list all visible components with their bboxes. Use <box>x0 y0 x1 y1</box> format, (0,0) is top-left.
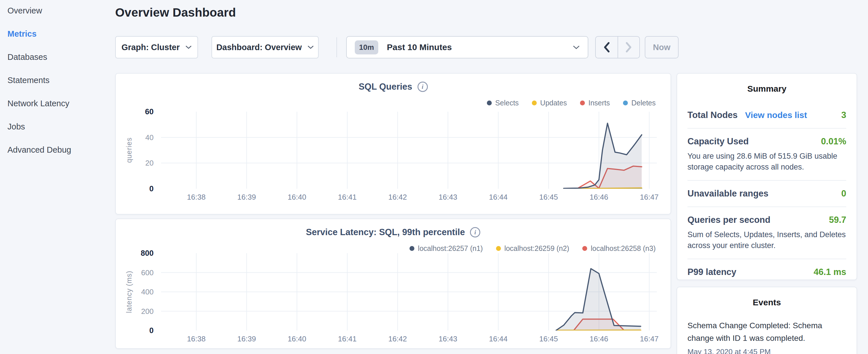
legend-label: Deletes <box>631 99 656 107</box>
x-tick-label: 16:38 <box>187 334 206 344</box>
y-tick-label: 0 <box>149 185 154 193</box>
x-tick-label: 16:43 <box>439 193 457 202</box>
x-tick-label: 16:39 <box>237 193 256 202</box>
sql-queries-chart-panel: SQL Queries i SelectsUpdatesInsertsDelet… <box>115 73 671 215</box>
legend-item[interactable]: Updates <box>532 99 567 107</box>
sidebar-item-databases[interactable]: Databases <box>7 52 71 62</box>
chevron-right-icon <box>626 42 632 53</box>
toolbar-divider <box>336 37 337 57</box>
chart-canvas <box>161 112 657 189</box>
graph-scope-label: Graph: Cluster <box>122 43 180 52</box>
summary-row-label: Capacity Used <box>687 136 749 147</box>
legend-label: localhost:26259 (n2) <box>504 244 569 253</box>
plot-area[interactable] <box>161 253 657 330</box>
event-item[interactable]: Schema Change Completed: Schema change w… <box>677 319 857 354</box>
legend-dot-icon <box>580 100 585 105</box>
x-tick-label: 16:44 <box>489 334 507 344</box>
y-tick-label: 40 <box>145 133 154 142</box>
events-heading: Events <box>677 287 857 307</box>
summary-row-header: Queries per second59.7 <box>687 215 846 225</box>
legend-label: localhost:26258 (n3) <box>591 244 656 253</box>
summary-row-value: 0.01% <box>821 136 846 147</box>
legend-label: Updates <box>540 99 567 107</box>
event-timestamp: May 13, 2020 at 4:45 PM <box>687 347 846 354</box>
legend-dot-icon <box>496 246 501 251</box>
time-back-button[interactable] <box>596 37 618 58</box>
y-tick-label: 0 <box>149 326 154 335</box>
summary-row-header: P99 latency46.1 ms <box>687 267 846 277</box>
y-axis-unit: queries <box>125 137 133 163</box>
legend-item[interactable]: localhost:26257 (n1) <box>409 244 483 253</box>
legend-item[interactable]: Deletes <box>623 99 656 107</box>
x-tick-label: 16:42 <box>388 193 407 202</box>
sidebar-item-overview[interactable]: Overview <box>7 5 71 16</box>
events-list: Schema Change Completed: Schema change w… <box>677 319 857 354</box>
view-nodes-list-link[interactable]: View nodes list <box>745 110 807 120</box>
legend-dot-icon <box>582 246 587 251</box>
graph-scope-dropdown[interactable]: Graph: Cluster <box>115 36 198 58</box>
sidebar-item-jobs[interactable]: Jobs <box>7 121 71 132</box>
sidebar-item-network-latency[interactable]: Network Latency <box>7 98 71 109</box>
legend-item[interactable]: Selects <box>487 99 519 107</box>
x-tick-label: 16:40 <box>288 334 306 344</box>
dashboard-dropdown[interactable]: Dashboard: Overview <box>212 36 319 58</box>
chart-title: Service Latency: SQL, 99th percentile <box>306 227 465 237</box>
plot-area[interactable] <box>161 112 657 189</box>
chevron-down-icon <box>185 45 192 49</box>
x-tick-label: 16:39 <box>237 334 256 344</box>
x-tick-label: 16:47 <box>640 193 658 202</box>
time-window-label: Past 10 Minutes <box>387 42 452 52</box>
y-tick-label: 60 <box>145 107 154 116</box>
x-tick-label: 16:38 <box>187 193 206 202</box>
chevron-down-icon <box>308 45 314 49</box>
y-tick-label: 20 <box>145 159 154 167</box>
summary-row-value: 3 <box>841 110 846 120</box>
y-axis-labels: 0204060 <box>116 112 154 189</box>
sidebar-item-metrics[interactable]: Metrics <box>7 28 71 39</box>
info-icon[interactable]: i <box>417 82 428 92</box>
x-tick-label: 16:40 <box>288 193 306 202</box>
summary-row-header: Capacity Used0.01% <box>687 136 846 147</box>
y-tick-label: 600 <box>141 268 154 277</box>
summary-row-description: Sum of Selects, Updates, Inserts, and De… <box>687 229 846 251</box>
summary-row-value: 59.7 <box>829 215 846 225</box>
legend-item[interactable]: Inserts <box>580 99 610 107</box>
legend-item[interactable]: localhost:26258 (n3) <box>582 244 656 253</box>
time-forward-button[interactable] <box>618 37 639 58</box>
y-tick-label: 400 <box>141 288 154 296</box>
time-step-controls <box>595 36 640 58</box>
summary-row: Unavailable ranges0 <box>687 180 846 206</box>
summary-rows: Total NodesView nodes list3Capacity Used… <box>677 102 857 285</box>
now-button[interactable]: Now <box>645 36 679 58</box>
events-panel: Events Schema Change Completed: Schema c… <box>677 287 857 354</box>
x-tick-label: 16:45 <box>539 334 558 344</box>
x-tick-label: 16:42 <box>388 334 407 344</box>
summary-row-label: Queries per second <box>687 215 770 225</box>
info-icon[interactable]: i <box>470 227 480 237</box>
legend-dot-icon <box>532 100 537 105</box>
y-tick-label: 800 <box>141 249 154 258</box>
sidebar-item-statements[interactable]: Statements <box>7 75 71 86</box>
legend-item[interactable]: localhost:26259 (n2) <box>496 244 569 253</box>
legend-dot-icon <box>487 100 492 105</box>
summary-row-label: Total Nodes <box>687 110 738 120</box>
summary-row: Capacity Used0.01%You are using 28.6 MiB… <box>687 128 846 180</box>
x-tick-label: 16:41 <box>338 334 356 344</box>
chevron-down-icon <box>573 45 580 50</box>
legend-label: Selects <box>495 99 519 107</box>
sidebar-item-advanced-debug[interactable]: Advanced Debug <box>7 144 71 155</box>
chart-title: SQL Queries <box>359 82 412 92</box>
chevron-left-icon <box>603 42 610 53</box>
time-window-selector[interactable]: 10m Past 10 Minutes <box>346 36 588 58</box>
x-axis-labels: 16:3816:3916:4016:4116:4216:4316:4416:45… <box>161 334 657 344</box>
legend-dot-icon <box>623 100 628 105</box>
summary-row-value: 46.1 ms <box>813 267 846 277</box>
time-window-badge: 10m <box>355 40 378 55</box>
x-tick-label: 16:45 <box>539 193 558 202</box>
y-tick-label: 200 <box>141 307 154 316</box>
page-title: Overview Dashboard <box>115 6 236 20</box>
x-tick-label: 16:47 <box>640 334 658 344</box>
x-tick-label: 16:44 <box>489 193 507 202</box>
x-tick-label: 16:43 <box>439 334 457 344</box>
summary-row: Total NodesView nodes list3 <box>687 102 846 128</box>
